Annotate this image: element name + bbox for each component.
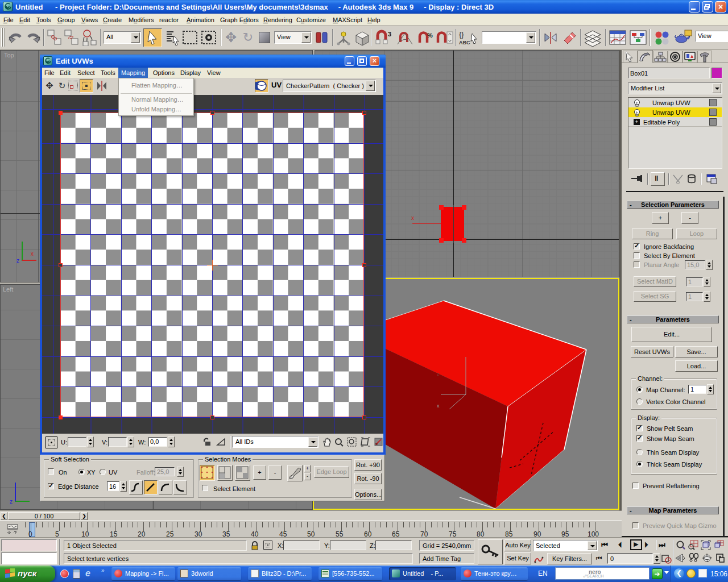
svg-text:z: z bbox=[437, 371, 440, 377]
svg-text:%: % bbox=[427, 32, 433, 39]
svg-text:{}: {} bbox=[459, 30, 464, 39]
svg-text:3: 3 bbox=[388, 31, 391, 38]
svg-text:ABC: ABC bbox=[459, 40, 470, 45]
svg-text:x: x bbox=[437, 403, 440, 409]
